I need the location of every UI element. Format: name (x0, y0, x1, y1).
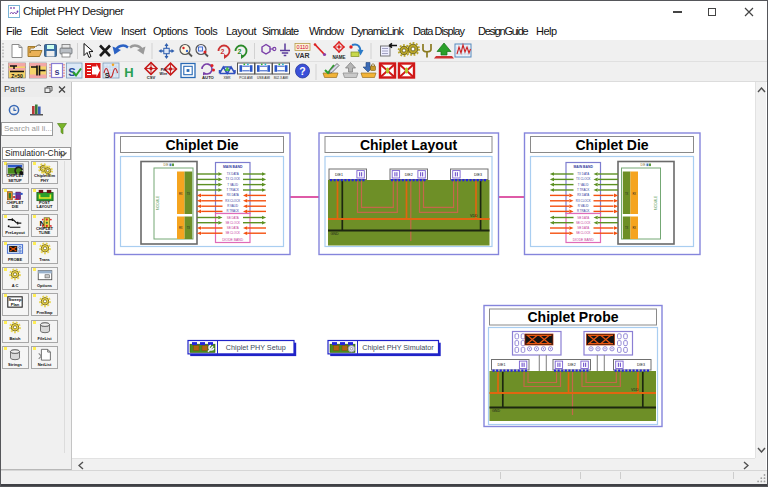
svg-text:GND: GND (331, 232, 339, 236)
svg-text:MAIN BAND: MAIN BAND (223, 165, 243, 169)
svg-text:DIE1: DIE1 (498, 363, 506, 367)
svg-text:SB CLOCK: SB CLOCK (576, 221, 591, 225)
svg-text:Chiplet PHY Setup: Chiplet PHY Setup (226, 343, 286, 352)
svg-text:RX: RX (632, 226, 636, 230)
svg-text:Z=50: Z=50 (11, 73, 23, 79)
svg-text:DIE3: DIE3 (637, 363, 645, 367)
svg-text:Chiplet Die: Chiplet Die (575, 137, 648, 153)
svg-text:SB DATA: SB DATA (227, 226, 239, 230)
svg-text:TX: TX (625, 226, 629, 230)
svg-text:PCI4 AMI: PCI4 AMI (239, 76, 253, 80)
svg-text:MODULE: MODULE (156, 195, 160, 210)
svg-text:DIE: DIE (163, 163, 168, 167)
svg-text:DIE1: DIE1 (335, 173, 343, 177)
svg-text:R VALID: R VALID (227, 204, 238, 208)
svg-text:DIE2: DIE2 (405, 173, 413, 177)
svg-text:Chiplet Die: Chiplet Die (165, 137, 238, 153)
svg-text:NAME: NAME (332, 55, 345, 60)
svg-text:RX DATA: RX DATA (227, 193, 239, 197)
svg-text:2: 2 (221, 48, 225, 55)
svg-text:802.3 AMI: 802.3 AMI (274, 76, 288, 80)
svg-text:TX: TX (187, 226, 191, 230)
svg-text:TX DATA: TX DATA (577, 172, 589, 176)
svg-text:T TRACK: T TRACK (577, 188, 589, 192)
svg-text:SB DATA: SB DATA (227, 216, 239, 220)
svg-text:DIE3: DIE3 (474, 173, 482, 177)
svg-text:Plan: Plan (11, 302, 20, 307)
svg-text:Wire: Wire (160, 72, 168, 76)
svg-text:DIODE BAND: DIODE BAND (573, 238, 595, 242)
svg-text:T TRACK: T TRACK (227, 188, 239, 192)
svg-text:RX CLOCK: RX CLOCK (225, 199, 240, 203)
svg-text:RX CLOCK: RX CLOCK (576, 199, 591, 203)
svg-text:H: H (124, 65, 133, 80)
svg-text:Chiplet Layout: Chiplet Layout (360, 137, 458, 153)
svg-text:R TRACK: R TRACK (226, 209, 239, 213)
svg-text:TX: TX (187, 192, 191, 196)
svg-text:TX: TX (625, 192, 629, 196)
svg-text:MODULE: MODULE (654, 195, 658, 210)
svg-text:DIE2: DIE2 (568, 363, 576, 367)
svg-text:VDD: VDD (470, 214, 478, 218)
svg-text:S: S (105, 72, 110, 79)
svg-text:R TRACK: R TRACK (577, 209, 590, 213)
svg-text:VAR: VAR (295, 52, 309, 59)
svg-text:USB AMI: USB AMI (257, 76, 270, 80)
svg-text:VDD: VDD (631, 388, 639, 392)
svg-text:0110: 0110 (297, 44, 309, 50)
svg-text:SB CLOCK: SB CLOCK (576, 231, 591, 235)
svg-text:DIE: DIE (640, 163, 645, 167)
svg-text:Chiplet PHY Simulator: Chiplet PHY Simulator (362, 343, 434, 352)
svg-text:RX: RX (632, 192, 636, 196)
svg-text:SB DATA: SB DATA (577, 216, 589, 220)
svg-text:s: s (54, 67, 59, 77)
svg-text:T VALID: T VALID (227, 183, 238, 187)
svg-text:GND: GND (492, 409, 500, 413)
svg-text:RX: RX (179, 226, 183, 230)
svg-text:TX CLOCK: TX CLOCK (225, 177, 240, 181)
svg-text:TX CLOCK: TX CLOCK (576, 177, 591, 181)
svg-text:CSV: CSV (147, 75, 156, 80)
svg-text:DIODE BAND: DIODE BAND (222, 238, 244, 242)
svg-text:RX: RX (179, 192, 183, 196)
svg-text:XBR: XBR (224, 76, 232, 80)
svg-text:SB CLOCK: SB CLOCK (225, 221, 240, 225)
svg-text:T VALID: T VALID (578, 183, 589, 187)
svg-text:2: 2 (238, 48, 242, 55)
svg-text:MAIN BAND: MAIN BAND (573, 165, 593, 169)
svg-text:S: S (68, 66, 75, 78)
svg-text:Chiplet Probe: Chiplet Probe (527, 309, 618, 325)
svg-text:?: ? (299, 65, 305, 77)
svg-text:SB CLOCK: SB CLOCK (225, 231, 240, 235)
svg-text:SB DATA: SB DATA (577, 226, 589, 230)
svg-text:AUTO: AUTO (202, 75, 215, 80)
svg-text:R VALID: R VALID (578, 204, 589, 208)
svg-text:TX DATA: TX DATA (227, 172, 239, 176)
svg-text:RX DATA: RX DATA (577, 193, 589, 197)
